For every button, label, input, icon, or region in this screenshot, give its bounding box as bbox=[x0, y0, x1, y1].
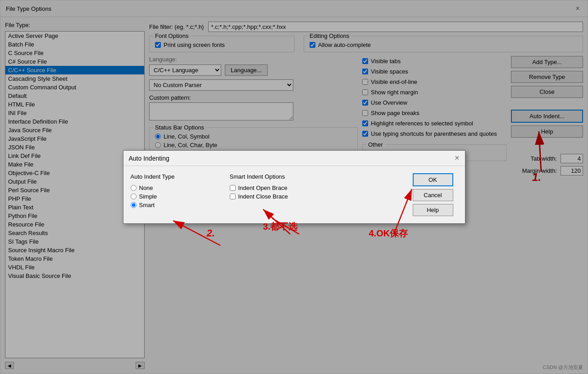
indent-type-title: Auto Indent Type bbox=[131, 173, 221, 180]
annotation-step2: 2. bbox=[207, 227, 215, 239]
auto-indent-dialog: Auto Indenting × Auto Indent Type None S… bbox=[123, 150, 465, 224]
simple-radio-row: Simple bbox=[131, 193, 221, 200]
ok-button[interactable]: OK bbox=[413, 173, 453, 186]
annotation-step3: 3.都不选 bbox=[263, 221, 298, 233]
overlay: Auto Indenting × Auto Indent Type None S… bbox=[0, 0, 588, 374]
indent-open-brace-row: Indent Open Brace bbox=[230, 185, 404, 191]
cancel-button[interactable]: Cancel bbox=[413, 189, 453, 201]
auto-indent-content: Auto Indent Type None Simple Smart bbox=[123, 166, 465, 223]
simple-label: Simple bbox=[139, 193, 157, 200]
none-label: None bbox=[139, 185, 153, 191]
smart-radio-row: Smart bbox=[131, 202, 221, 208]
main-dialog: File Type Options × File Type: Active Se… bbox=[0, 0, 588, 374]
indent-open-brace-checkbox[interactable] bbox=[230, 185, 236, 191]
help-button-sm[interactable]: Help bbox=[413, 204, 453, 216]
auto-indent-close-button[interactable]: × bbox=[455, 153, 460, 163]
smart-indent-column: Smart Indent Options Indent Open Brace I… bbox=[230, 173, 404, 216]
indent-close-brace-checkbox[interactable] bbox=[230, 194, 236, 199]
annotation-step4: 4.OK保存 bbox=[369, 227, 408, 240]
none-radio-row: None bbox=[131, 185, 221, 191]
auto-indent-title-bar: Auto Indenting × bbox=[123, 151, 465, 166]
smart-radio[interactable] bbox=[131, 202, 137, 208]
smart-indent-title: Smart Indent Options bbox=[230, 173, 404, 180]
indent-open-brace-label: Indent Open Brace bbox=[238, 185, 287, 191]
simple-radio[interactable] bbox=[131, 194, 137, 199]
smart-label: Smart bbox=[139, 202, 155, 208]
indent-close-brace-label: Indent Close Brace bbox=[238, 193, 288, 200]
ok-column: OK Cancel Help bbox=[413, 173, 458, 216]
indent-close-brace-row: Indent Close Brace bbox=[230, 193, 404, 200]
indent-type-column: Auto Indent Type None Simple Smart bbox=[131, 173, 221, 216]
auto-indent-title-text: Auto Indenting bbox=[129, 155, 169, 162]
none-radio[interactable] bbox=[131, 185, 137, 191]
